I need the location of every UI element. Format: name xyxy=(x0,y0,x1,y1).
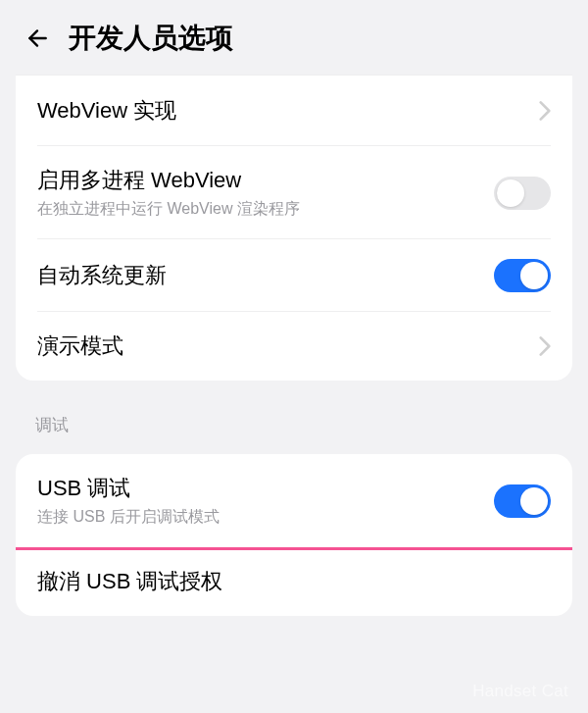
row-demo-mode[interactable]: 演示模式 xyxy=(16,312,572,381)
row-subtitle: 连接 USB 后开启调试模式 xyxy=(37,507,494,528)
row-webview-impl[interactable]: WebView 实现 xyxy=(16,77,572,146)
row-auto-system-update[interactable]: 自动系统更新 xyxy=(16,239,572,312)
watermark: Handset Cat xyxy=(472,682,568,701)
row-title: 自动系统更新 xyxy=(37,261,494,290)
settings-group-2: USB 调试 连接 USB 后开启调试模式 撤消 USB 调试授权 xyxy=(16,454,572,616)
row-revoke-usb-auth[interactable]: 撤消 USB 调试授权 xyxy=(16,547,572,616)
toggle-usb-debug[interactable] xyxy=(494,484,551,518)
back-button[interactable] xyxy=(24,25,51,52)
row-title: USB 调试 xyxy=(37,474,494,503)
toggle-knob xyxy=(497,179,524,207)
toggle-multiprocess-webview[interactable] xyxy=(494,177,551,210)
chevron-right-icon xyxy=(539,336,551,356)
row-subtitle: 在独立进程中运行 WebView 渲染程序 xyxy=(37,199,494,220)
row-title: 撤消 USB 调试授权 xyxy=(37,567,551,596)
toggle-auto-system-update[interactable] xyxy=(494,259,551,292)
toggle-knob xyxy=(520,487,548,515)
toggle-knob xyxy=(520,262,548,289)
settings-group-1: WebView 实现 启用多进程 WebView 在独立进程中运行 WebVie… xyxy=(16,75,572,381)
page-title: 开发人员选项 xyxy=(69,20,233,57)
section-header-debug: 调试 xyxy=(0,388,588,446)
highlight-box: USB 调试 连接 USB 后开启调试模式 xyxy=(16,454,572,550)
row-multiprocess-webview[interactable]: 启用多进程 WebView 在独立进程中运行 WebView 渲染程序 xyxy=(16,146,572,239)
row-usb-debug[interactable]: USB 调试 连接 USB 后开启调试模式 xyxy=(16,454,572,547)
arrow-left-icon xyxy=(24,25,50,51)
row-title: 演示模式 xyxy=(37,331,539,361)
header: 开发人员选项 xyxy=(0,0,588,75)
chevron-right-icon xyxy=(539,101,551,121)
row-title: 启用多进程 WebView xyxy=(37,166,494,195)
row-title: WebView 实现 xyxy=(37,96,539,126)
